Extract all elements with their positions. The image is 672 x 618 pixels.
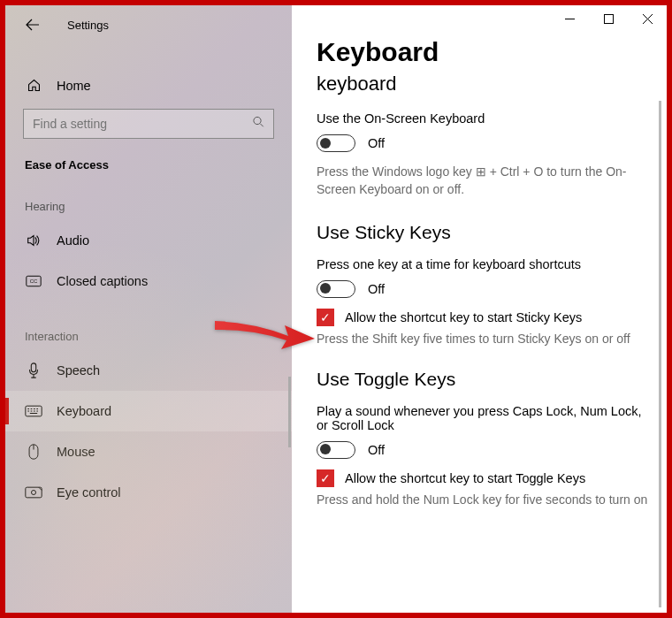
sticky-checkbox-label: Allow the shortcut key to start Sticky K… [345, 310, 582, 324]
sticky-toggle[interactable] [317, 280, 355, 298]
sidebar-home[interactable]: Home [5, 71, 292, 100]
sticky-toggle-label: Off [368, 282, 385, 296]
sidebar-item-audio[interactable]: Audio [5, 220, 292, 261]
togglekeys-checkbox-label: Allow the shortcut key to start Toggle K… [345, 471, 585, 485]
osk-hint: Press the Windows logo key ⊞ + Ctrl + O … [317, 163, 644, 199]
back-arrow-icon [26, 18, 40, 32]
sidebar-item-closed-captions[interactable]: CC Closed captions [5, 261, 292, 301]
sticky-heading: Use Sticky Keys [317, 222, 667, 243]
home-icon [25, 78, 42, 93]
content-scrollbar-track[interactable] [659, 101, 661, 607]
search-icon [252, 116, 265, 133]
search-input[interactable] [23, 109, 274, 139]
svg-rect-3 [31, 363, 35, 372]
sidebar-item-speech[interactable]: Speech [5, 350, 292, 391]
window-title: Settings [67, 19, 109, 32]
togglekeys-heading: Use Toggle Keys [317, 369, 667, 390]
group-interaction: Interaction [5, 301, 292, 343]
sidebar-item-eye-control[interactable]: Eye control [5, 472, 292, 513]
togglekeys-toggle-label: Off [368, 443, 385, 457]
volume-icon [25, 233, 42, 248]
eye-icon [25, 486, 42, 499]
svg-point-7 [32, 491, 36, 495]
osk-toggle[interactable] [317, 134, 355, 152]
togglekeys-checkbox[interactable]: ✓ [317, 469, 334, 487]
sidebar-item-mouse[interactable]: Mouse [5, 431, 292, 472]
sticky-checkbox[interactable]: ✓ [317, 309, 334, 326]
back-button[interactable] [18, 10, 48, 40]
sidebar-item-keyboard[interactable]: Keyboard [5, 391, 292, 431]
sticky-line: Press one key at a time for keyboard sho… [317, 257, 667, 271]
cc-icon: CC [25, 275, 42, 287]
osk-heading: Use the On-Screen Keyboard [317, 111, 667, 126]
sidebar-scrollbar[interactable] [288, 377, 291, 447]
sticky-hint: Press the Shift key five times to turn S… [317, 332, 667, 346]
mic-icon [25, 362, 42, 378]
osk-toggle-label: Off [368, 136, 385, 150]
sidebar: Settings Home Ease of Access Hearing [5, 5, 292, 613]
page-title: Keyboard [317, 37, 667, 67]
svg-text:CC: CC [30, 278, 37, 284]
svg-point-0 [254, 117, 261, 124]
page-subheading: keyboard [317, 72, 667, 95]
group-hearing: Hearing [5, 172, 292, 213]
home-label: Home [57, 79, 91, 93]
svg-rect-6 [26, 487, 42, 498]
togglekeys-toggle[interactable] [317, 441, 355, 459]
keyboard-icon [25, 405, 42, 417]
togglekeys-hint: Press and hold the Num Lock key for five… [317, 492, 667, 507]
mouse-icon [25, 444, 42, 460]
content-pane: Keyboard keyboard Use the On-Screen Keyb… [292, 5, 667, 613]
category-label: Ease of Access [5, 139, 292, 172]
togglekeys-line: Play a sound whenever you press Caps Loc… [317, 404, 653, 432]
